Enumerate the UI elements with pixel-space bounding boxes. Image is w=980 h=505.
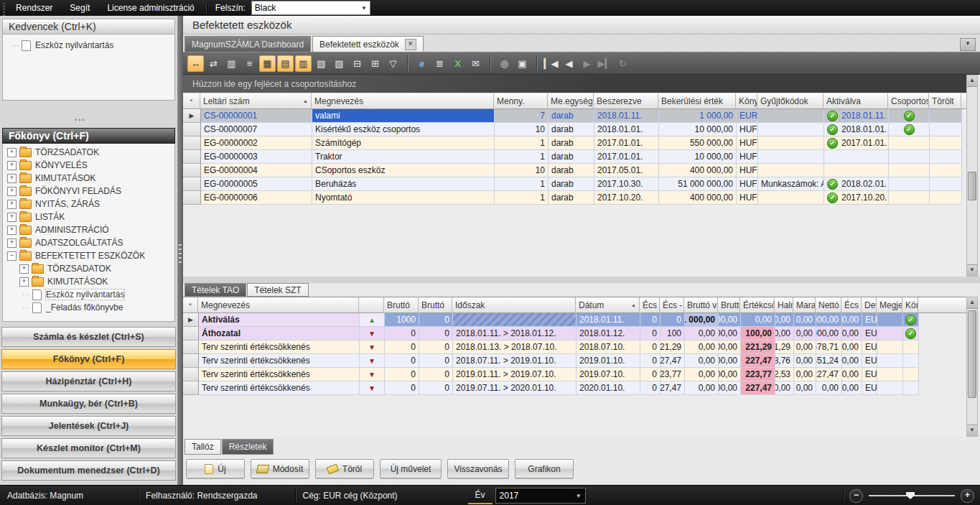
cell-dev[interactable]: EUR — [862, 313, 877, 327]
cell-booked[interactable] — [903, 381, 919, 395]
cell-date[interactable]: 2018.07.10. — [577, 340, 640, 354]
cell-id[interactable]: CS-00000007 — [201, 123, 312, 136]
group-row-icon[interactable]: ▤ — [277, 55, 294, 72]
tab-r-szletek[interactable]: Részletek — [222, 439, 274, 455]
cell-grouped[interactable]: ✓ — [889, 123, 930, 136]
tree-lines-icon[interactable]: ⊞ — [367, 55, 383, 72]
tree-item-kimutat-sok[interactable]: +KIMUTATÁSOK — [3, 172, 174, 185]
cell-name[interactable]: Aktiválás — [199, 313, 360, 327]
cell-id[interactable]: CS-00000001 — [201, 109, 312, 123]
expand-icon[interactable]: + — [7, 174, 17, 183]
cell-b_val[interactable]: 0,00 — [685, 354, 719, 368]
cell-halm[interactable]: 321,29 — [775, 340, 794, 354]
cell-ecs_p[interactable]: 0 — [640, 381, 661, 395]
refresh-icon[interactable]: ↻ — [615, 55, 631, 72]
column-header-megnevez-s[interactable]: Megnevezés — [312, 93, 494, 109]
cell-ecs_m[interactable]: 227,47 — [661, 381, 685, 395]
cell-book[interactable]: HUF — [737, 164, 758, 177]
action-button-m-dos-t[interactable]: Módosít — [251, 459, 309, 478]
cell-book[interactable]: HUF — [737, 191, 758, 205]
cell-deleted[interactable] — [930, 109, 962, 123]
column-header-beszerezve[interactable]: Beszerezve — [594, 93, 658, 109]
cell-ecs_m[interactable]: 223,77 — [661, 368, 685, 381]
cell-acquired[interactable]: 2018.01.01. — [594, 123, 659, 136]
cell-id[interactable]: EG-00000004 — [201, 164, 312, 177]
cell-b2[interactable]: 0 — [419, 354, 453, 368]
tree-item-k-nyvel-s[interactable]: +KÖNYVELÉS — [3, 159, 174, 172]
cell-value[interactable]: 10 000,00 — [659, 123, 737, 136]
cell-netto[interactable]: 678,71 — [816, 340, 842, 354]
column-header-k-nyv[interactable]: Könyv — [736, 93, 757, 109]
cell-booked[interactable] — [903, 340, 919, 354]
column-header-brutt[interactable]: Bruttó — [384, 297, 419, 313]
cell-name[interactable]: valami — [312, 109, 495, 123]
cell-halm[interactable]: 100,00 — [775, 327, 794, 340]
cell-b2[interactable]: 0 — [419, 313, 453, 327]
cell-qty[interactable]: 7 — [495, 109, 549, 123]
cell-qty[interactable]: 10 — [495, 123, 549, 136]
cell-movement[interactable]: ▼ — [360, 340, 385, 354]
cell-booked[interactable] — [903, 368, 919, 381]
cell-period[interactable]: 2019.07.11. > 2020.01.10. — [453, 381, 577, 395]
tree-item-felad-s-f-k-nyvbe[interactable]: ···_Feladás főkönyvbe — [3, 301, 174, 314]
cell-movement[interactable]: ▼ — [360, 354, 385, 368]
cell-ecsokk[interactable]: 100,00 — [741, 327, 775, 340]
scroll-down-icon[interactable]: ▼ — [967, 264, 977, 276]
cell-b_val[interactable]: 0,00 — [685, 327, 719, 340]
cell-ecs_m[interactable]: 100 — [661, 327, 685, 340]
cell-codes[interactable] — [758, 150, 824, 164]
print-icon[interactable]: ▣ — [514, 55, 531, 72]
cell-netto[interactable]: 1 000,00 — [816, 313, 842, 327]
table-row[interactable]: Áthozatal▼002018.01.11. > 2018.01.12.201… — [183, 327, 966, 340]
cell-ecs_m[interactable]: 227,47 — [661, 354, 685, 368]
cell-netto[interactable]: 0,00 — [816, 381, 842, 395]
cell-b3[interactable]: 1 000,00 — [719, 313, 741, 327]
column-header-nett[interactable]: Nettó é — [816, 297, 841, 313]
table-row[interactable]: EG-00000006Nyomtató1darab2017.10.20.400 … — [183, 191, 966, 205]
cell-dev[interactable]: EUR — [862, 368, 877, 381]
column-header-megjegy[interactable]: Megjegy — [877, 297, 902, 313]
column-header-gy-jt-k-dok[interactable]: Gyűjtőkódok — [757, 93, 823, 109]
tree-item-nyit-s-z-r-s[interactable]: +NYITÁS, ZÁRÁS — [3, 198, 174, 210]
cell-pct[interactable]: 0,00 — [842, 340, 862, 354]
cell-b3[interactable]: 1 000,00 — [719, 368, 741, 381]
cell-unit[interactable]: darab — [549, 164, 594, 177]
cell-ecsokk[interactable]: 227,47 — [741, 381, 775, 395]
cell-activated[interactable]: ✓2017.10.20. — [824, 191, 889, 205]
collapse-icon[interactable]: − — [7, 251, 17, 261]
cell-booked[interactable]: ✓ — [903, 313, 919, 327]
tab-list-dropdown-button[interactable]: ▼ — [960, 38, 976, 51]
cell-pct[interactable]: 0,00 — [842, 327, 862, 340]
table-row[interactable]: Terv szerinti értékcsökkenés▼002018.07.1… — [183, 354, 966, 368]
table-row[interactable]: ▶CS-00000001valami7darab2018.01.11.1 000… — [183, 109, 966, 123]
cell-b3[interactable]: 1 000,00 — [719, 354, 741, 368]
cell-movement[interactable]: ▼ — [360, 368, 385, 381]
cell-pct[interactable]: 0,00 — [842, 354, 862, 368]
action-button-visszavon-s[interactable]: Visszavonás — [447, 459, 509, 478]
export-html-icon[interactable]: e — [414, 55, 430, 72]
zoom-slider-thumb[interactable] — [906, 492, 915, 499]
cell-grouped[interactable] — [889, 164, 930, 177]
cell-marad[interactable]: 0,00 — [794, 381, 816, 395]
cell-date[interactable]: 2018.01.12. — [577, 327, 640, 340]
table-row[interactable]: ▶Aktiválás▲100002018.01.11.001 000,001 0… — [183, 313, 966, 327]
horizontal-splitter-grip[interactable]: ••• — [75, 116, 85, 124]
tree-item-adminisztr-ci[interactable]: +ADMINISZTRÁCIÓ — [3, 223, 174, 236]
action-button-grafikon[interactable]: Grafikon — [515, 459, 574, 478]
card-view-icon[interactable]: ▨ — [331, 55, 347, 72]
cell-deleted[interactable] — [930, 177, 962, 191]
column-header-lelt-ri-sz-m[interactable]: Leltári szám▲ — [200, 93, 312, 109]
cell-value[interactable]: 1 000,00 — [659, 109, 737, 123]
cell-b3[interactable]: 1 000,00 — [719, 340, 741, 354]
column-header-brutt-v-l[interactable]: Bruttó vál — [684, 297, 718, 313]
cell-codes[interactable] — [758, 191, 824, 205]
cell-id[interactable]: EG-00000003 — [201, 150, 312, 164]
expand-icon[interactable]: + — [7, 226, 17, 235]
export-text-icon[interactable]: ≣ — [431, 55, 448, 72]
cell-note[interactable] — [877, 354, 903, 368]
cell-deleted[interactable] — [930, 164, 962, 177]
cell-b3[interactable]: 1 000,00 — [719, 381, 741, 395]
cell-id[interactable]: EG-00000002 — [201, 136, 312, 150]
cell-note[interactable] — [877, 327, 903, 340]
detail-grid-scrollbar[interactable]: ▲ ▼ — [966, 297, 978, 437]
